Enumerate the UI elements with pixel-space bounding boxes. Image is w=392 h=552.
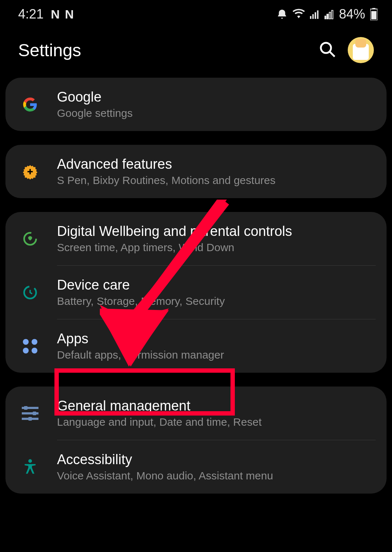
item-text: Device care Battery, Storage, Memory, Se… [57,277,376,307]
settings-item-apps[interactable]: Apps Default apps, Permission manager [5,319,387,373]
item-title: Apps [57,331,376,347]
person-icon [16,459,44,475]
item-subtitle: Screen time, App timers, Wind Down [57,241,376,254]
item-text: Google Google settings [57,89,376,119]
item-subtitle: Voice Assistant, Mono audio, Assistant m… [57,470,376,482]
page-title: Settings [18,40,81,60]
item-subtitle: Language and input, Date and time, Reset [57,416,376,428]
page-header: Settings [0,26,392,78]
status-bar: 4:21 N N 84% [0,0,392,26]
app-indicator-n-icon: N [51,7,61,21]
svg-rect-7 [331,11,333,19]
device-care-icon [16,284,44,301]
svg-rect-6 [329,12,331,19]
status-app-indicators: N N [51,7,75,21]
wifi-icon [293,9,305,20]
item-title: Google [57,89,376,105]
header-actions [319,37,374,63]
search-icon[interactable] [319,41,336,60]
svg-rect-2 [315,12,316,19]
settings-item-device-care[interactable]: Device care Battery, Storage, Memory, Se… [5,266,387,319]
settings-item-google[interactable]: Google Google settings [5,78,387,131]
svg-point-15 [28,459,32,463]
item-text: Advanced features S Pen, Bixby Routines,… [57,156,376,187]
svg-rect-1 [312,14,314,19]
profile-avatar[interactable] [348,37,374,63]
status-bar-left: 4:21 N N [18,7,75,22]
wellbeing-icon [16,230,44,247]
svg-rect-10 [371,11,376,20]
item-title: General management [57,398,376,414]
item-subtitle: Default apps, Permission manager [57,349,376,361]
settings-item-advanced-features[interactable]: Advanced features S Pen, Bixby Routines,… [5,145,387,198]
svg-rect-3 [317,11,318,19]
google-icon [16,96,44,113]
svg-point-11 [321,43,331,53]
item-title: Advanced features [57,156,376,172]
sliders-icon [16,405,44,422]
svg-rect-5 [327,14,328,19]
settings-group: Google Google settings [5,78,387,131]
signal-icon [310,9,319,19]
status-bar-right: 84% [277,7,377,22]
alarm-icon [277,9,287,20]
item-text: Apps Default apps, Permission manager [57,331,376,361]
gear-plus-icon [16,163,44,180]
apps-icon [16,338,44,355]
signal-sim2-icon [324,9,334,19]
item-text: Digital Wellbeing and parental controls … [57,224,376,254]
item-text: General management Language and input, D… [57,398,376,428]
settings-list: Google Google settings Advanced features… [0,78,392,494]
item-title: Accessibility [57,452,376,467]
settings-group: Advanced features S Pen, Bixby Routines,… [5,145,387,198]
svg-rect-4 [324,16,326,19]
settings-group: General management Language and input, D… [5,387,387,494]
settings-group: Digital Wellbeing and parental controls … [5,212,387,373]
app-indicator-n-icon: N [65,7,75,21]
status-time: 4:21 [18,7,44,22]
settings-item-accessibility[interactable]: Accessibility Voice Assistant, Mono audi… [5,440,387,494]
settings-item-general-management[interactable]: General management Language and input, D… [5,387,387,440]
settings-item-digital-wellbeing[interactable]: Digital Wellbeing and parental controls … [5,212,387,265]
svg-line-12 [330,52,335,57]
item-title: Device care [57,277,376,293]
battery-percentage: 84% [339,7,365,22]
svg-rect-0 [310,16,311,19]
avatar-character-icon [353,44,369,60]
item-title: Digital Wellbeing and parental controls [57,224,376,239]
battery-icon [370,8,377,20]
item-text: Accessibility Voice Assistant, Mono audi… [57,452,376,482]
item-subtitle: S Pen, Bixby Routines, Motions and gestu… [57,174,376,187]
item-subtitle: Google settings [57,107,376,119]
item-subtitle: Battery, Storage, Memory, Security [57,295,376,307]
